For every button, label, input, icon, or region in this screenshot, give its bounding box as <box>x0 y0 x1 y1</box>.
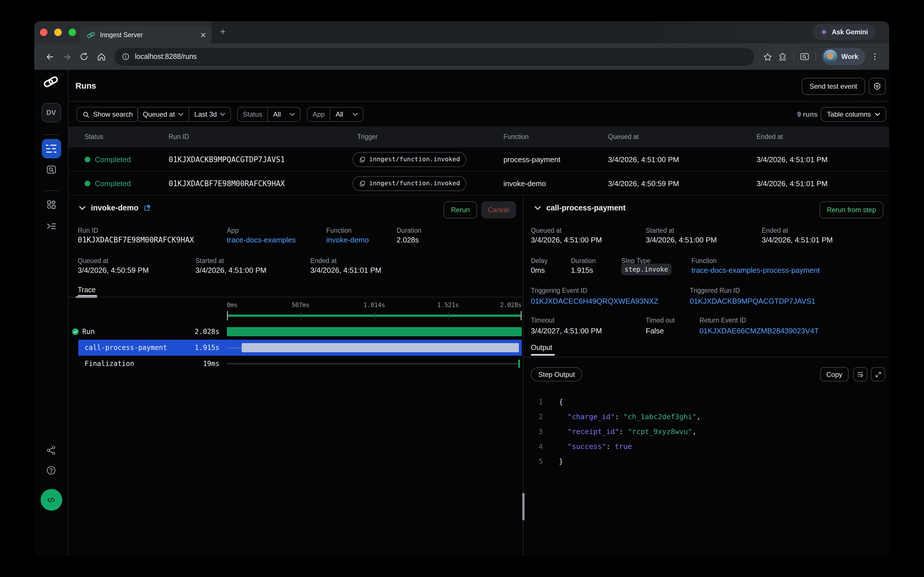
run-id: 01KJXDACKB9MPQACGTDP7JAVS1 <box>169 155 285 164</box>
trigger-badge[interactable]: inngest/function.invoked <box>353 152 466 167</box>
sidebar-divider-top <box>44 134 59 135</box>
home-button[interactable] <box>93 48 110 65</box>
trigger-badge[interactable]: inngest/function.invoked <box>353 176 466 191</box>
back-button[interactable] <box>41 48 58 65</box>
time-filter[interactable]: Queued at Last 3d <box>137 107 231 122</box>
expand-button[interactable] <box>871 367 885 382</box>
triggering-event-id-link[interactable]: 01KJXDACEC6H49QRQXWEA93NXZ <box>531 297 659 305</box>
rerun-from-step-button[interactable]: Rerun from step <box>820 201 884 218</box>
axis-tick-0: 0ms <box>227 301 238 308</box>
profile-chip[interactable]: Work <box>822 48 865 65</box>
triggering-event-id-label: Triggering Event ID <box>531 287 587 294</box>
settings-gear-button[interactable] <box>869 78 886 95</box>
queued-at: 3/4/2026, 4:50:59 PM <box>608 179 679 188</box>
function-name: invoke-demo <box>503 179 546 188</box>
word-wrap-button[interactable] <box>853 367 868 382</box>
minimap-tick <box>301 312 301 319</box>
trace-divider <box>69 297 523 297</box>
copy-button[interactable]: Copy <box>820 367 848 382</box>
column-function: Function <box>503 133 529 140</box>
extensions-icon[interactable] <box>775 49 790 64</box>
chevron-down-icon <box>290 113 295 116</box>
rerun-label: Rerun <box>451 206 470 214</box>
sidebar-item-terminal[interactable] <box>42 217 61 236</box>
forward-button[interactable] <box>58 48 76 65</box>
return-event-id-link[interactable]: 01KJXDAE66CMZMB28439023V4T <box>699 327 819 335</box>
table-columns-button[interactable]: Table columns <box>821 107 886 122</box>
new-tab-button[interactable]: + <box>220 26 226 38</box>
minimap-end-handle[interactable] <box>521 311 522 320</box>
rerun-button[interactable]: Rerun <box>444 201 477 218</box>
trace-step-bar[interactable] <box>242 343 519 352</box>
bookmark-star-icon[interactable] <box>760 49 775 64</box>
minimize-window-button[interactable] <box>54 29 62 36</box>
step-detail-panel: call-process-payment Rerun from step Que… <box>524 196 889 556</box>
app-filter[interactable]: App All <box>307 107 363 122</box>
horizontal-scrollbar-thumb[interactable] <box>76 296 97 298</box>
word-wrap-icon <box>857 371 864 378</box>
browser-tab[interactable]: Inngest Server ✕ <box>80 26 211 44</box>
column-status: Status <box>85 133 103 140</box>
app-label: App <box>227 227 239 234</box>
sidebar-item-apps[interactable] <box>42 195 61 214</box>
status-filter[interactable]: Status All <box>237 107 301 122</box>
cancel-button[interactable]: Cancel <box>481 201 516 218</box>
minimap-start-handle[interactable] <box>227 311 228 320</box>
function-link[interactable]: invoke-demo <box>326 235 369 244</box>
column-trigger: Trigger <box>357 133 378 140</box>
trace-step-name: call-process-payment <box>85 344 167 352</box>
time-range-select[interactable]: Last 3d <box>189 108 231 121</box>
collapse-chevron-icon[interactable] <box>534 206 541 210</box>
send-test-event-button[interactable]: Send test event <box>802 78 865 95</box>
status-filter-value: All <box>273 110 281 118</box>
started-at-label: Started at <box>195 257 224 264</box>
step-started-value: 3/4/2026, 4:51:00 PM <box>646 235 717 244</box>
tab-strip: Inngest Server ✕ + Ask Gemini <box>34 21 889 44</box>
code-line: 5} <box>524 457 563 466</box>
time-field-select[interactable]: Queued at <box>138 108 188 121</box>
main-content: Runs Send test event Show search Queued … <box>69 70 889 556</box>
chevron-down-icon <box>220 113 225 116</box>
time-field-label: Queued at <box>143 110 175 118</box>
close-window-button[interactable] <box>40 29 47 36</box>
tab-trace[interactable]: Trace <box>78 286 96 294</box>
browser-menu-icon[interactable] <box>868 49 882 64</box>
trace-run-bar[interactable] <box>227 327 522 336</box>
collapse-chevron-icon[interactable] <box>79 206 86 210</box>
duration-label: Duration <box>397 227 421 234</box>
app-link[interactable]: trace-docs-examples <box>227 235 296 244</box>
table-row[interactable]: Completed 01KJXDACKB9MPQACGTDP7JAVS1 inn… <box>69 148 889 172</box>
timed-out-value: False <box>646 327 664 335</box>
url-bar[interactable]: localhost:8288/runs <box>114 48 754 66</box>
table-row[interactable]: Completed 01KJXDACBF7E98M00RAFCK9HAX inn… <box>69 172 889 195</box>
step-queued-label: Queued at <box>531 227 561 234</box>
trace-finalization-name: Finalization <box>85 360 134 368</box>
tab-close-icon[interactable]: ✕ <box>200 31 206 39</box>
sidebar-item-events[interactable] <box>42 160 61 180</box>
external-link-icon[interactable] <box>144 204 151 211</box>
tab-output[interactable]: Output <box>531 344 552 352</box>
step-detail-header: call-process-payment <box>534 203 626 212</box>
trace-row-step-selected[interactable]: call-process-payment 1.915s <box>78 340 522 356</box>
delay-label: Delay <box>531 257 548 264</box>
reload-button[interactable] <box>76 48 93 65</box>
help-icon[interactable] <box>42 460 61 480</box>
side-panel-search-icon[interactable] <box>797 49 812 64</box>
zoom-window-button[interactable] <box>69 29 76 36</box>
sidebar-item-runs[interactable] <box>42 139 61 158</box>
step-output-tab-pill[interactable]: Step Output <box>531 367 582 382</box>
triggered-run-id-link[interactable]: 01KJXDACKB9MPQACGTDP7JAVS1 <box>690 297 815 305</box>
trigger-name: inngest/function.invoked <box>369 180 460 187</box>
step-function-link[interactable]: trace-docs-examples-process-payment <box>691 266 820 274</box>
workspace-badge[interactable]: DV <box>42 103 61 122</box>
run-title: invoke-demo <box>91 203 138 212</box>
expand-icon <box>874 371 881 378</box>
share-feedback-icon[interactable] <box>42 440 61 460</box>
dev-server-button[interactable] <box>40 489 62 511</box>
minimap-tick <box>448 312 448 319</box>
ask-gemini-button[interactable]: Ask Gemini <box>812 24 876 40</box>
show-search-label: Show search <box>93 110 133 118</box>
show-search-button[interactable]: Show search <box>77 107 138 122</box>
code-line: 3 "receipt_id": "rcpt_9xyz8wvu", <box>524 427 697 436</box>
site-info-icon[interactable] <box>122 53 130 61</box>
